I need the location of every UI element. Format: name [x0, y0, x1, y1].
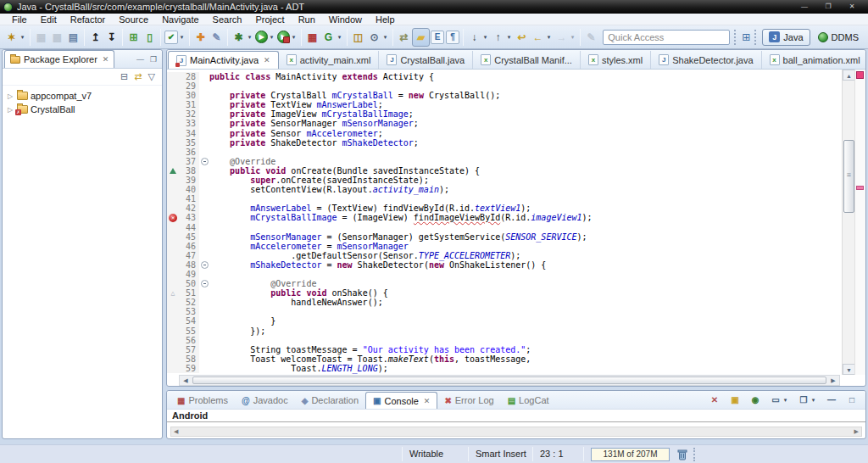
open-type-icon[interactable]: ◫ [350, 28, 366, 47]
menu-item-refactor[interactable]: Refactor [64, 14, 113, 25]
console-tab-error-log[interactable]: ✖Error Log [437, 392, 500, 409]
check-updates-icon[interactable]: G▾ [320, 28, 344, 47]
editor-tab-shakedetector-java[interactable]: JShakeDetector.java [651, 51, 761, 69]
console-tab-logcat[interactable]: ▤LogCat [501, 392, 556, 409]
run-external-tools-icon[interactable]: ▶▾ [276, 28, 298, 47]
editor-tab-crystalball-java[interactable]: JCrystalBall.java [379, 51, 473, 69]
editor-tab-styles-xml[interactable]: xstyles.xml [581, 51, 651, 69]
editor-horizontal-scrollbar[interactable]: ◀ ▶ [179, 375, 840, 386]
overview-error-marker[interactable] [856, 186, 864, 190]
menu-item-file[interactable]: File [5, 14, 34, 25]
error-marker-icon[interactable]: ✕ [169, 214, 177, 222]
menu-item-edit[interactable]: Edit [34, 14, 64, 25]
maximize-panel-icon[interactable]: □ [845, 391, 859, 410]
expander-icon[interactable]: ▷ [6, 106, 14, 114]
menu-item-navigate[interactable]: Navigate [155, 14, 205, 25]
last-edit-location-icon[interactable]: ↩ [514, 28, 530, 47]
console-tab-javadoc[interactable]: @Javadoc [235, 392, 295, 409]
dropdown-arrow-icon[interactable]: ▾ [381, 34, 389, 41]
new-android-xml-icon[interactable]: ✚ [192, 28, 209, 47]
close-window-icon[interactable]: ✕ [843, 2, 861, 12]
import-project-icon[interactable]: ↧ [103, 28, 120, 47]
expander-icon[interactable]: ▷ [6, 92, 14, 100]
dropdown-arrow-icon[interactable]: ▾ [810, 397, 817, 404]
debug-icon[interactable]: ✱▾ [231, 28, 254, 47]
menu-item-window[interactable]: Window [322, 14, 369, 25]
export-android-app-icon[interactable]: ↥ [87, 28, 103, 47]
minimize-panel-icon[interactable]: — [825, 391, 838, 410]
remove-launch-icon[interactable]: ✕ [708, 391, 721, 410]
collapse-all-icon[interactable]: ⊟ [120, 71, 128, 82]
dropdown-arrow-icon[interactable]: ▾ [569, 34, 576, 41]
horizontal-scroll-thumb[interactable] [192, 377, 826, 384]
scroll-left-icon[interactable]: ◀ [180, 377, 192, 384]
dropdown-arrow-icon[interactable]: ▾ [290, 34, 298, 41]
close-tab-icon[interactable]: ✕ [424, 397, 431, 405]
code-editor[interactable]: 28public class MainActivity extends Acti… [167, 70, 865, 386]
display-selected-console-icon[interactable]: ▭▾ [769, 391, 790, 410]
link-with-editor-icon[interactable]: ⇄ [396, 28, 412, 47]
scroll-left-icon[interactable]: ◀ [174, 428, 178, 435]
pin-console-icon[interactable]: ◉ [748, 391, 762, 410]
dropdown-arrow-icon[interactable]: ▾ [481, 34, 489, 41]
collapse-fold-icon[interactable] [201, 261, 209, 269]
console-tab-declaration[interactable]: ◈Declaration [295, 392, 365, 409]
dropdown-arrow-icon[interactable]: ▾ [246, 34, 253, 41]
restore-window-icon[interactable]: ❐ [819, 2, 837, 12]
editor-tab-crystalball-manif[interactable]: xCrystalBall Manif... [473, 51, 581, 69]
new-wizard-icon[interactable]: ✶▾ [3, 28, 27, 47]
overview-error-status[interactable] [856, 71, 864, 79]
dropdown-arrow-icon[interactable]: ▾ [268, 34, 275, 41]
dropdown-arrow-icon[interactable]: ▾ [178, 34, 186, 41]
minimize-view-icon[interactable]: — [136, 55, 144, 64]
mark-occurrences-icon[interactable]: ▰ [412, 28, 430, 47]
collapse-fold-icon[interactable] [201, 158, 209, 165]
menu-item-help[interactable]: Help [369, 14, 402, 25]
collapse-fold-icon[interactable] [201, 280, 209, 287]
console-horizontal-scrollbar[interactable]: ◀ ▶ [170, 427, 862, 437]
project-item-appcompat-v7[interactable]: ▷appcompat_v7 [6, 89, 162, 103]
scroll-down-icon[interactable]: ▼ [843, 364, 855, 375]
scroll-lock-icon[interactable]: ▣ [728, 391, 742, 410]
dropdown-arrow-icon[interactable]: ▾ [505, 34, 513, 41]
coverage-icon[interactable]: ▦ [304, 28, 320, 47]
scroll-right-icon[interactable]: ▶ [827, 377, 839, 384]
vertical-scroll-thumb[interactable] [843, 140, 854, 213]
scroll-up-icon[interactable]: ▲ [843, 70, 855, 81]
android-sdk-manager-icon[interactable]: ⊞ [125, 28, 142, 47]
next-annotation-icon[interactable]: ↓▾ [466, 28, 490, 47]
package-explorer-tab[interactable]: Package Explorer ✕ [4, 50, 114, 68]
quick-access-input[interactable] [603, 30, 730, 45]
run-garbage-collector-icon[interactable] [676, 448, 689, 461]
scroll-right-icon[interactable]: ▶ [854, 428, 859, 435]
menu-item-run[interactable]: Run [292, 14, 322, 25]
dropdown-arrow-icon[interactable]: ▾ [336, 34, 343, 41]
editor-tab-activity-main-xml[interactable]: xactivity_main.xml [279, 51, 380, 69]
show-selected-element-icon[interactable]: E [430, 28, 445, 47]
console-tab-problems[interactable]: ▦Problems [170, 392, 235, 409]
console-tab-console[interactable]: ▣Console✕ [365, 392, 437, 409]
close-tab-icon[interactable]: ✕ [264, 56, 270, 64]
android-virtual-device-manager-icon[interactable]: ▯ [142, 28, 158, 47]
run-junit-test-icon[interactable]: ✔▾ [164, 28, 186, 47]
dropdown-arrow-icon[interactable]: ▾ [19, 34, 26, 41]
menu-item-source[interactable]: Source [112, 14, 155, 25]
maximize-view-icon[interactable]: ❐ [150, 55, 157, 64]
view-menu-icon[interactable]: ▽ [148, 71, 155, 82]
perspective-java[interactable]: JJava [762, 29, 810, 46]
dropdown-arrow-icon[interactable]: ▾ [545, 34, 553, 41]
show-whitespace-icon[interactable]: ¶ [445, 28, 460, 47]
open-console-icon[interactable]: ❐▾ [797, 391, 818, 410]
minimize-window-icon[interactable]: — [795, 2, 814, 12]
link-with-editor-icon[interactable]: ⇄ [134, 71, 142, 82]
menu-item-search[interactable]: Search [206, 14, 249, 25]
lint-icon[interactable]: ✎ [209, 28, 225, 47]
close-view-icon[interactable]: ✕ [103, 55, 109, 64]
back-icon[interactable]: ←▾ [530, 28, 554, 47]
open-perspective-icon[interactable]: ⊞ [742, 31, 750, 43]
previous-annotation-icon[interactable]: ↑▾ [490, 28, 514, 47]
editor-vertical-scrollbar[interactable]: ▲ ▼ [842, 70, 854, 375]
perspective-ddms[interactable]: DDMS [812, 29, 865, 46]
run-icon[interactable]: ▶▾ [254, 28, 276, 47]
search-icon[interactable]: ⊙▾ [366, 28, 390, 47]
